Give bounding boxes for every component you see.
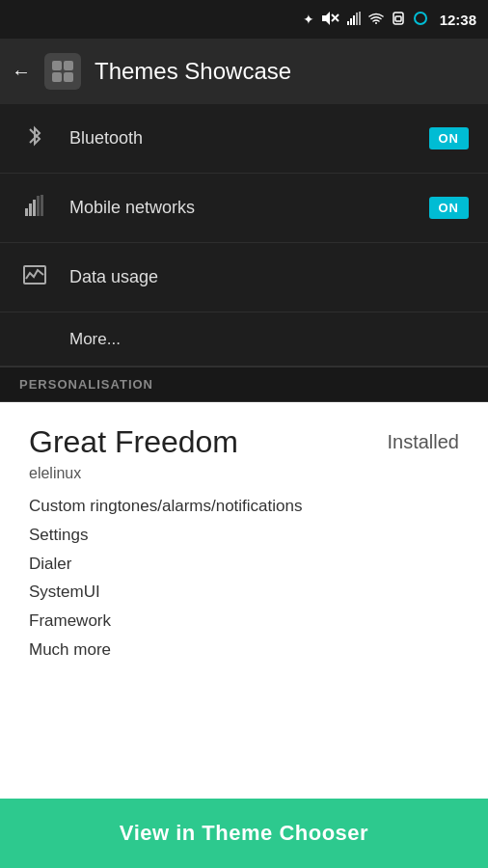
circle-o-icon: [413, 11, 428, 29]
bluetooth-label: Bluetooth: [69, 128, 410, 149]
app-bar: ← Themes Showcase: [0, 39, 488, 104]
feature-item-2: Dialer: [29, 550, 459, 579]
svg-rect-3: [347, 21, 349, 25]
bluetooth-toggle[interactable]: ON: [429, 127, 470, 149]
mobile-networks-label: Mobile networks: [69, 198, 410, 218]
feature-item-3: SystemUI: [29, 578, 459, 607]
theme-detail: Great Freedom Installed elelinux Custom …: [0, 402, 488, 684]
svg-rect-16: [25, 208, 28, 216]
theme-features: Custom ringtones/alarms/notifications Se…: [29, 492, 459, 665]
theme-author: elelinux: [29, 465, 459, 482]
signal-icon: [347, 12, 361, 28]
theme-header-row: Great Freedom Installed: [29, 425, 459, 459]
svg-rect-19: [37, 196, 40, 216]
sim-icon: [392, 12, 405, 28]
settings-item-mobile-networks[interactable]: Mobile networks ON: [0, 174, 488, 243]
svg-rect-20: [41, 195, 43, 216]
status-time: 12:38: [440, 12, 476, 28]
wifi-icon: [368, 12, 384, 27]
svg-rect-13: [64, 61, 73, 70]
feature-item-5: Much more: [29, 636, 459, 665]
svg-rect-12: [52, 61, 62, 70]
data-usage-label: Data usage: [69, 267, 469, 287]
svg-rect-4: [350, 18, 352, 25]
theme-name: Great Freedom: [29, 425, 238, 459]
settings-item-bluetooth[interactable]: Bluetooth ON: [0, 104, 488, 174]
status-bar: ✦: [0, 0, 488, 39]
feature-item-4: Framework: [29, 607, 459, 636]
back-button[interactable]: ←: [12, 61, 31, 83]
personalisation-section-header: PERSONALISATION: [0, 366, 488, 402]
bottom-button-label: View in Theme Chooser: [120, 821, 368, 846]
svg-rect-5: [353, 15, 355, 25]
svg-rect-18: [33, 200, 36, 216]
svg-rect-10: [395, 16, 401, 21]
feature-item-0: Custom ringtones/alarms/notifications: [29, 492, 459, 521]
svg-rect-15: [64, 72, 73, 82]
svg-rect-17: [29, 203, 32, 216]
data-usage-icon: [19, 265, 50, 289]
more-label: More...: [69, 330, 121, 349]
svg-rect-14: [52, 72, 62, 82]
app-title: Themes Showcase: [95, 58, 291, 85]
volume-mute-icon: [322, 12, 339, 28]
app-icon: [44, 53, 81, 90]
installed-badge: Installed: [388, 431, 460, 453]
svg-point-11: [415, 13, 426, 24]
svg-point-8: [375, 22, 377, 24]
view-in-theme-chooser-button[interactable]: View in Theme Chooser: [0, 799, 488, 868]
bluetooth-icon: [19, 124, 50, 152]
svg-rect-6: [356, 13, 358, 25]
settings-item-data-usage[interactable]: Data usage: [0, 243, 488, 312]
svg-marker-0: [322, 12, 330, 25]
svg-rect-7: [359, 12, 361, 25]
settings-list: Bluetooth ON Mobile networks ON Data usa…: [0, 104, 488, 402]
feature-item-1: Settings: [29, 521, 459, 550]
bluetooth-status-icon: ✦: [303, 12, 314, 27]
settings-item-more[interactable]: More...: [0, 312, 488, 366]
mobile-networks-toggle[interactable]: ON: [429, 197, 470, 219]
mobile-networks-icon: [19, 195, 50, 221]
